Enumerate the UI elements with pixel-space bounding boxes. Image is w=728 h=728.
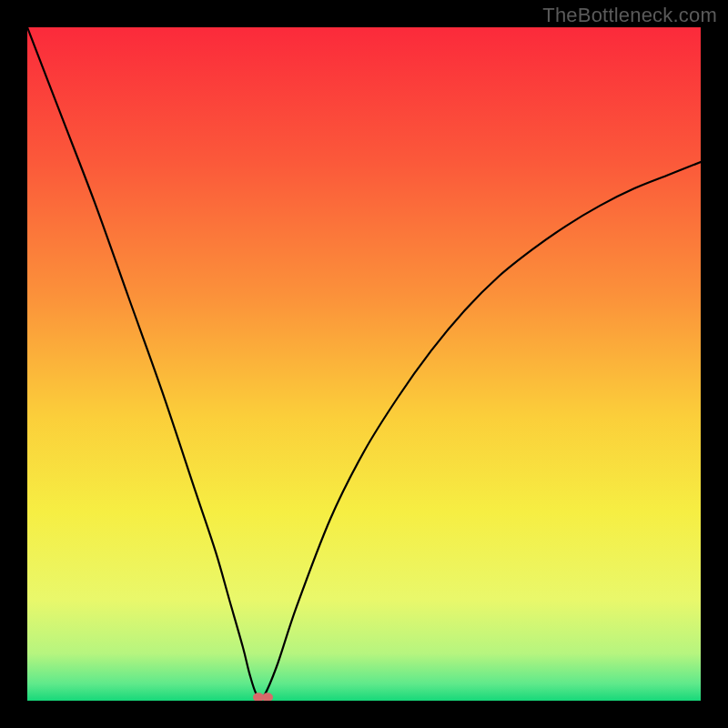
chart-frame [27, 27, 701, 701]
watermark-text: TheBottleneck.com [542, 4, 717, 27]
chart-background [27, 27, 701, 701]
bottleneck-chart [27, 27, 701, 701]
